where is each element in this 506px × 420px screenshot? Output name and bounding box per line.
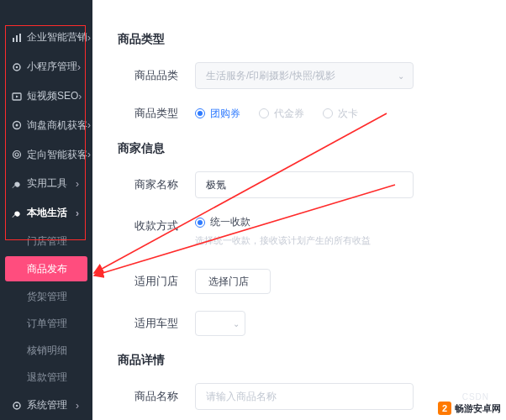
radio-label: 统一收款	[210, 215, 250, 229]
nav-label: 询盘商机获客	[27, 118, 87, 133]
svg-point-8	[13, 151, 21, 159]
nav-item-system[interactable]: 系统管理 ›	[0, 391, 92, 420]
video-icon	[12, 92, 22, 102]
chevron-right-icon: ›	[87, 119, 91, 131]
field-label: 收款方式	[118, 218, 178, 234]
sub-item-store[interactable]: 门店管理	[0, 228, 92, 255]
chevron-right-icon: ›	[87, 32, 91, 44]
radio-card[interactable]: 次卡	[323, 107, 358, 121]
nav-item-tools[interactable]: 实用工具 ›	[0, 170, 92, 199]
watermark-badge: 2	[438, 402, 451, 415]
chevron-right-icon: ›	[78, 91, 84, 102]
radio-voucher[interactable]: 代金券	[259, 107, 304, 121]
gear-icon	[12, 401, 22, 411]
sub-item-shelf[interactable]: 货架管理	[0, 283, 92, 310]
field-label: 适用车型	[118, 316, 178, 331]
category-select[interactable]: 生活服务/印刷摄影/快照/视影 ⌄	[195, 62, 414, 89]
input-placeholder: 请输入商品名称	[206, 390, 277, 404]
svg-point-9	[15, 153, 18, 156]
payment-hint: 选择统一收款，接收该计划产生的所有收益	[195, 234, 371, 247]
site-watermark: 2 畅游安卓网	[438, 402, 501, 415]
radio-label: 团购券	[210, 107, 240, 121]
radio-label: 代金券	[274, 107, 304, 121]
radio-dot-icon	[195, 108, 205, 118]
merchant-name-input[interactable]: 极氪	[195, 171, 414, 198]
sub-item-order[interactable]: 订单管理	[0, 310, 92, 337]
nav-item-target[interactable]: 定向智能获客 ›	[0, 140, 92, 170]
wrench-bold-icon	[12, 208, 22, 218]
sub-label: 门店管理	[27, 234, 67, 249]
field-label: 商品名称	[118, 389, 178, 404]
watermark-text: 畅游安卓网	[455, 402, 501, 415]
bar-chart-icon	[12, 33, 22, 43]
car-select[interactable]: ⌄	[195, 311, 245, 336]
sub-item-product-publish[interactable]: 商品发布	[5, 256, 87, 281]
sidebar: 企业智能营销 › 小程序管理 › 短视频SEO › 询盘商机获客 › 定向智能获…	[0, 0, 92, 420]
field-merchant-name: 商家名称 极氪	[118, 171, 489, 198]
svg-rect-2	[19, 34, 21, 42]
section-title-detail: 商品详情	[118, 353, 489, 368]
nav-label: 短视频SEO	[27, 89, 78, 103]
chevron-right-icon: ›	[77, 61, 84, 73]
sub-item-verify[interactable]: 核销明细	[0, 337, 92, 364]
field-product-type: 商品类型 团购券 代金券 次卡	[118, 106, 489, 121]
sub-label: 退款管理	[27, 370, 67, 385]
field-car: 适用车型 ⌄	[118, 311, 489, 336]
section-title-product-type: 商品类型	[118, 32, 489, 47]
radio-unified-payment[interactable]: 统一收款	[195, 215, 250, 229]
radio-groupbuy[interactable]: 团购券	[195, 107, 240, 121]
wrench-icon	[12, 179, 22, 189]
button-label: 选择门店	[208, 275, 249, 289]
chevron-right-icon: ›	[76, 178, 84, 190]
nav-label: 本地生活	[27, 206, 76, 220]
sub-item-refund[interactable]: 退款管理	[0, 364, 92, 391]
field-store: 适用门店 选择门店	[118, 269, 489, 294]
main-content: 商品类型 商品品类 生活服务/印刷摄影/快照/视影 ⌄ 商品类型 团购券 代金券…	[92, 0, 506, 420]
section-title-merchant: 商家信息	[118, 141, 489, 156]
nav-item-marketing[interactable]: 企业智能营销 ›	[0, 23, 92, 52]
store-select-button[interactable]: 选择门店	[195, 269, 271, 294]
sub-label: 核销明细	[27, 344, 67, 358]
csdn-watermark: CSDN	[462, 392, 489, 402]
sub-label: 货架管理	[27, 290, 67, 304]
field-label: 适用门店	[118, 274, 178, 289]
chevron-down-icon: ⌄	[233, 319, 240, 328]
nav-label: 实用工具	[27, 176, 76, 191]
field-label: 商品品类	[118, 68, 178, 83]
sub-label: 商品发布	[27, 262, 67, 276]
circle-dot-icon	[12, 120, 22, 130]
radio-label: 次卡	[338, 107, 358, 121]
nav-label: 系统管理	[27, 398, 76, 412]
nav-item-local-life[interactable]: 本地生活 ›	[0, 198, 92, 228]
sub-label: 订单管理	[27, 317, 67, 331]
nav-item-seo[interactable]: 短视频SEO ›	[0, 81, 92, 111]
field-label: 商品类型	[118, 106, 178, 121]
nav-label: 定向智能获客	[27, 148, 87, 162]
product-name-input[interactable]: 请输入商品名称	[195, 383, 414, 410]
nav-label: 企业智能营销	[27, 30, 87, 45]
target-icon	[12, 150, 22, 160]
sub-menu: 门店管理 商品发布 货架管理 订单管理 核销明细 退款管理	[0, 228, 92, 391]
field-category: 商品品类 生活服务/印刷摄影/快照/视影 ⌄	[118, 62, 489, 89]
svg-rect-1	[16, 35, 18, 42]
nav-item-inquiry[interactable]: 询盘商机获客 ›	[0, 111, 92, 140]
field-label: 商家名称	[118, 177, 178, 192]
svg-rect-0	[13, 38, 14, 42]
field-product-name: 商品名称 请输入商品名称 CSDN	[118, 383, 489, 410]
chevron-right-icon: ›	[76, 207, 84, 219]
radio-dot-icon	[259, 108, 269, 118]
select-placeholder: 生活服务/印刷摄影/快照/视影	[206, 69, 335, 83]
svg-point-11	[16, 404, 18, 407]
radio-dot-icon	[195, 218, 205, 228]
field-payment: 收款方式 统一收款 选择统一收款，接收该计划产生的所有收益	[118, 215, 489, 247]
chevron-right-icon: ›	[87, 149, 91, 160]
gear-icon	[12, 62, 22, 72]
chevron-right-icon: ›	[76, 400, 84, 412]
svg-point-4	[16, 66, 18, 68]
nav-label: 小程序管理	[27, 60, 77, 74]
radio-dot-icon	[323, 108, 333, 118]
input-value: 极氪	[206, 178, 226, 192]
svg-point-7	[16, 124, 18, 127]
chevron-down-icon: ⌄	[398, 71, 404, 81]
nav-item-miniprogram[interactable]: 小程序管理 ›	[0, 52, 92, 81]
